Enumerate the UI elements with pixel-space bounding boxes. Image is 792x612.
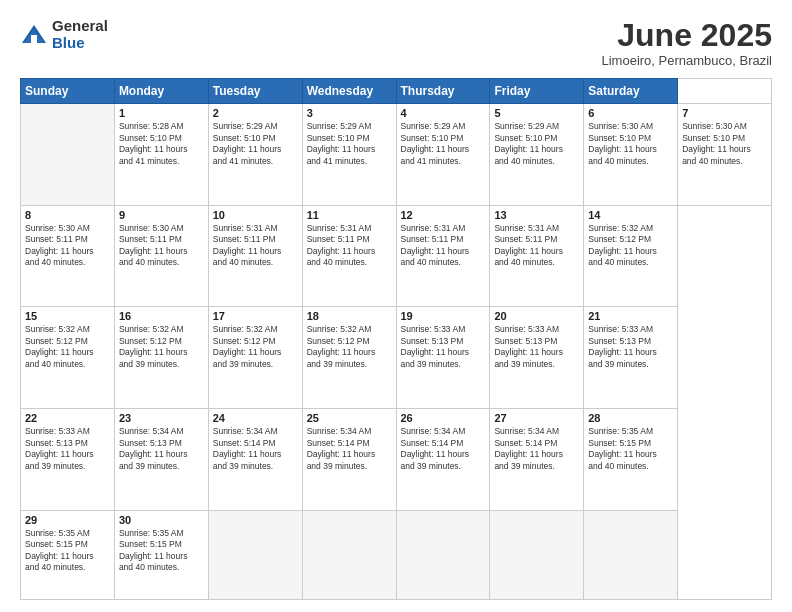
table-row: 18Sunrise: 5:32 AM Sunset: 5:12 PM Dayli…	[302, 307, 396, 409]
table-row: 13Sunrise: 5:31 AM Sunset: 5:11 PM Dayli…	[490, 205, 584, 307]
day-info: Sunrise: 5:35 AM Sunset: 5:15 PM Dayligh…	[588, 426, 673, 472]
day-info: Sunrise: 5:35 AM Sunset: 5:15 PM Dayligh…	[119, 528, 204, 574]
table-row: 19Sunrise: 5:33 AM Sunset: 5:13 PM Dayli…	[396, 307, 490, 409]
day-number: 4	[401, 107, 486, 119]
day-number: 7	[682, 107, 767, 119]
day-info: Sunrise: 5:33 AM Sunset: 5:13 PM Dayligh…	[25, 426, 110, 472]
day-number: 23	[119, 412, 204, 424]
day-number: 14	[588, 209, 673, 221]
col-friday: Friday	[490, 79, 584, 104]
logo: General Blue	[20, 18, 108, 51]
day-info: Sunrise: 5:31 AM Sunset: 5:11 PM Dayligh…	[494, 223, 579, 269]
day-info: Sunrise: 5:30 AM Sunset: 5:11 PM Dayligh…	[25, 223, 110, 269]
day-number: 3	[307, 107, 392, 119]
week-row-2: 8Sunrise: 5:30 AM Sunset: 5:11 PM Daylig…	[21, 205, 772, 307]
logo-blue: Blue	[52, 35, 108, 52]
day-info: Sunrise: 5:29 AM Sunset: 5:10 PM Dayligh…	[401, 121, 486, 167]
table-row: 11Sunrise: 5:31 AM Sunset: 5:11 PM Dayli…	[302, 205, 396, 307]
day-info: Sunrise: 5:29 AM Sunset: 5:10 PM Dayligh…	[213, 121, 298, 167]
table-row: 20Sunrise: 5:33 AM Sunset: 5:13 PM Dayli…	[490, 307, 584, 409]
table-row: 23Sunrise: 5:34 AM Sunset: 5:13 PM Dayli…	[114, 409, 208, 511]
day-info: Sunrise: 5:30 AM Sunset: 5:11 PM Dayligh…	[119, 223, 204, 269]
day-number: 1	[119, 107, 204, 119]
table-row: 29Sunrise: 5:35 AM Sunset: 5:15 PM Dayli…	[21, 510, 115, 599]
table-row: 26Sunrise: 5:34 AM Sunset: 5:14 PM Dayli…	[396, 409, 490, 511]
day-number: 25	[307, 412, 392, 424]
table-row: 2Sunrise: 5:29 AM Sunset: 5:10 PM Daylig…	[208, 104, 302, 206]
day-info: Sunrise: 5:31 AM Sunset: 5:11 PM Dayligh…	[213, 223, 298, 269]
day-number: 13	[494, 209, 579, 221]
day-info: Sunrise: 5:34 AM Sunset: 5:13 PM Dayligh…	[119, 426, 204, 472]
table-row: 28Sunrise: 5:35 AM Sunset: 5:15 PM Dayli…	[584, 409, 678, 511]
day-info: Sunrise: 5:32 AM Sunset: 5:12 PM Dayligh…	[213, 324, 298, 370]
month-title: June 2025	[601, 18, 772, 53]
day-info: Sunrise: 5:32 AM Sunset: 5:12 PM Dayligh…	[119, 324, 204, 370]
table-row	[584, 510, 678, 599]
day-number: 20	[494, 310, 579, 322]
day-info: Sunrise: 5:34 AM Sunset: 5:14 PM Dayligh…	[494, 426, 579, 472]
location: Limoeiro, Pernambuco, Brazil	[601, 53, 772, 68]
table-row: 27Sunrise: 5:34 AM Sunset: 5:14 PM Dayli…	[490, 409, 584, 511]
header: General Blue June 2025 Limoeiro, Pernamb…	[20, 18, 772, 68]
day-info: Sunrise: 5:30 AM Sunset: 5:10 PM Dayligh…	[682, 121, 767, 167]
day-info: Sunrise: 5:33 AM Sunset: 5:13 PM Dayligh…	[401, 324, 486, 370]
table-row: 17Sunrise: 5:32 AM Sunset: 5:12 PM Dayli…	[208, 307, 302, 409]
week-row-5: 29Sunrise: 5:35 AM Sunset: 5:15 PM Dayli…	[21, 510, 772, 599]
table-row: 3Sunrise: 5:29 AM Sunset: 5:10 PM Daylig…	[302, 104, 396, 206]
day-number: 29	[25, 514, 110, 526]
day-number: 19	[401, 310, 486, 322]
table-row: 9Sunrise: 5:30 AM Sunset: 5:11 PM Daylig…	[114, 205, 208, 307]
logo-icon	[20, 21, 48, 49]
day-info: Sunrise: 5:34 AM Sunset: 5:14 PM Dayligh…	[213, 426, 298, 472]
col-thursday: Thursday	[396, 79, 490, 104]
day-number: 16	[119, 310, 204, 322]
day-number: 10	[213, 209, 298, 221]
table-row: 15Sunrise: 5:32 AM Sunset: 5:12 PM Dayli…	[21, 307, 115, 409]
day-number: 22	[25, 412, 110, 424]
day-number: 11	[307, 209, 392, 221]
day-number: 24	[213, 412, 298, 424]
table-row: 22Sunrise: 5:33 AM Sunset: 5:13 PM Dayli…	[21, 409, 115, 511]
day-info: Sunrise: 5:29 AM Sunset: 5:10 PM Dayligh…	[494, 121, 579, 167]
table-row	[208, 510, 302, 599]
calendar-header-row: Sunday Monday Tuesday Wednesday Thursday…	[21, 79, 772, 104]
calendar-table: Sunday Monday Tuesday Wednesday Thursday…	[20, 78, 772, 600]
day-info: Sunrise: 5:28 AM Sunset: 5:10 PM Dayligh…	[119, 121, 204, 167]
day-number: 21	[588, 310, 673, 322]
empty-cell	[21, 104, 115, 206]
page: General Blue June 2025 Limoeiro, Pernamb…	[0, 0, 792, 612]
table-row: 30Sunrise: 5:35 AM Sunset: 5:15 PM Dayli…	[114, 510, 208, 599]
day-info: Sunrise: 5:34 AM Sunset: 5:14 PM Dayligh…	[307, 426, 392, 472]
table-row: 7Sunrise: 5:30 AM Sunset: 5:10 PM Daylig…	[678, 104, 772, 206]
week-row-3: 15Sunrise: 5:32 AM Sunset: 5:12 PM Dayli…	[21, 307, 772, 409]
day-number: 18	[307, 310, 392, 322]
day-number: 12	[401, 209, 486, 221]
day-number: 27	[494, 412, 579, 424]
day-number: 9	[119, 209, 204, 221]
day-info: Sunrise: 5:32 AM Sunset: 5:12 PM Dayligh…	[588, 223, 673, 269]
col-monday: Monday	[114, 79, 208, 104]
table-row: 14Sunrise: 5:32 AM Sunset: 5:12 PM Dayli…	[584, 205, 678, 307]
day-info: Sunrise: 5:33 AM Sunset: 5:13 PM Dayligh…	[494, 324, 579, 370]
table-row: 12Sunrise: 5:31 AM Sunset: 5:11 PM Dayli…	[396, 205, 490, 307]
day-number: 2	[213, 107, 298, 119]
day-number: 8	[25, 209, 110, 221]
table-row: 10Sunrise: 5:31 AM Sunset: 5:11 PM Dayli…	[208, 205, 302, 307]
table-row: 8Sunrise: 5:30 AM Sunset: 5:11 PM Daylig…	[21, 205, 115, 307]
day-info: Sunrise: 5:32 AM Sunset: 5:12 PM Dayligh…	[25, 324, 110, 370]
svg-rect-2	[31, 35, 37, 43]
col-tuesday: Tuesday	[208, 79, 302, 104]
table-row	[490, 510, 584, 599]
day-number: 26	[401, 412, 486, 424]
day-info: Sunrise: 5:29 AM Sunset: 5:10 PM Dayligh…	[307, 121, 392, 167]
logo-text: General Blue	[52, 18, 108, 51]
col-sunday: Sunday	[21, 79, 115, 104]
day-number: 28	[588, 412, 673, 424]
day-info: Sunrise: 5:31 AM Sunset: 5:11 PM Dayligh…	[307, 223, 392, 269]
logo-general: General	[52, 18, 108, 35]
table-row: 24Sunrise: 5:34 AM Sunset: 5:14 PM Dayli…	[208, 409, 302, 511]
day-number: 5	[494, 107, 579, 119]
table-row	[396, 510, 490, 599]
table-row: 6Sunrise: 5:30 AM Sunset: 5:10 PM Daylig…	[584, 104, 678, 206]
day-info: Sunrise: 5:31 AM Sunset: 5:11 PM Dayligh…	[401, 223, 486, 269]
